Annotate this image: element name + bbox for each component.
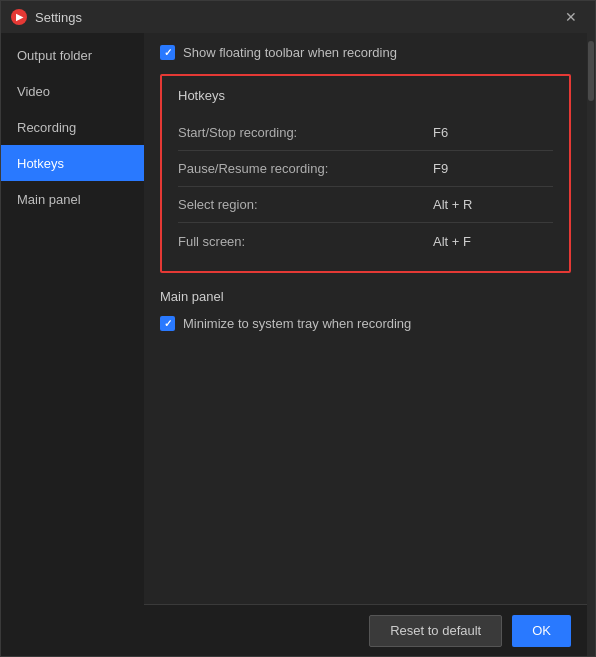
window-body: Output folder Video Recording Hotkeys Ma… (1, 33, 595, 656)
minimize-tray-label: Minimize to system tray when recording (183, 316, 411, 331)
close-button[interactable]: ✕ (557, 6, 585, 28)
app-icon: ▶ (11, 9, 27, 25)
hotkey-row-pause-resume: Pause/Resume recording: F9 (178, 151, 553, 187)
hotkey-label-select-region: Select region: (178, 197, 433, 212)
main-panel-section-title: Main panel (160, 289, 571, 304)
reset-to-default-button[interactable]: Reset to default (369, 615, 502, 647)
minimize-tray-option: Minimize to system tray when recording (160, 316, 571, 331)
sidebar: Output folder Video Recording Hotkeys Ma… (1, 33, 144, 656)
hotkey-value-start-stop[interactable]: F6 (433, 125, 553, 140)
minimize-tray-checkbox[interactable] (160, 316, 175, 331)
hotkey-row-full-screen: Full screen: Alt + F (178, 223, 553, 259)
hotkey-row-select-region: Select region: Alt + R (178, 187, 553, 223)
title-bar: ▶ Settings ✕ (1, 1, 595, 33)
main-content-area: Show floating toolbar when recording Hot… (144, 33, 587, 604)
hotkeys-box: Hotkeys Start/Stop recording: F6 Pause/R… (160, 74, 571, 273)
hotkey-value-pause-resume[interactable]: F9 (433, 161, 553, 176)
sidebar-item-video[interactable]: Video (1, 73, 144, 109)
floating-toolbar-option: Show floating toolbar when recording (160, 45, 571, 60)
sidebar-item-output-folder[interactable]: Output folder (1, 37, 144, 73)
settings-window: ▶ Settings ✕ Output folder Video Recordi… (0, 0, 596, 657)
floating-toolbar-label: Show floating toolbar when recording (183, 45, 397, 60)
hotkey-label-start-stop: Start/Stop recording: (178, 125, 433, 140)
hotkeys-section-title: Hotkeys (178, 88, 553, 103)
hotkey-value-select-region[interactable]: Alt + R (433, 197, 553, 212)
hotkey-label-pause-resume: Pause/Resume recording: (178, 161, 433, 176)
sidebar-item-recording[interactable]: Recording (1, 109, 144, 145)
footer: Reset to default OK (144, 604, 587, 656)
hotkey-value-full-screen[interactable]: Alt + F (433, 234, 553, 249)
ok-button[interactable]: OK (512, 615, 571, 647)
floating-toolbar-checkbox[interactable] (160, 45, 175, 60)
sidebar-item-hotkeys[interactable]: Hotkeys (1, 145, 144, 181)
hotkey-row-start-stop: Start/Stop recording: F6 (178, 115, 553, 151)
sidebar-item-main-panel[interactable]: Main panel (1, 181, 144, 217)
scrollbar-thumb[interactable] (588, 41, 594, 101)
hotkey-label-full-screen: Full screen: (178, 234, 433, 249)
window-title: Settings (35, 10, 549, 25)
scrollbar[interactable] (587, 33, 595, 656)
main-panel: Show floating toolbar when recording Hot… (144, 33, 587, 656)
